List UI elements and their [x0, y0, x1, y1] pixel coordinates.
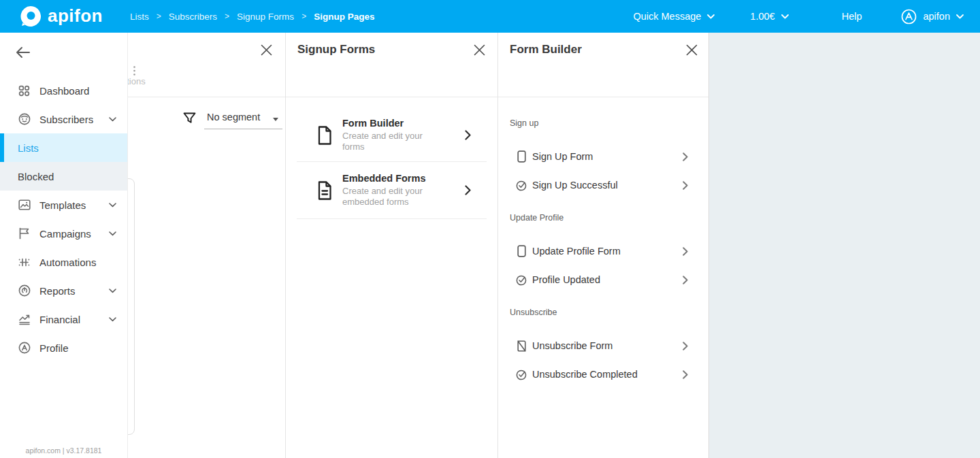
- financial-icon: [18, 314, 31, 325]
- sidebar-item-financial[interactable]: Financial: [0, 305, 127, 333]
- section-update-profile: Update Profile Update Profile Form Prof: [498, 213, 708, 294]
- sidebar-item-label: Templates: [39, 199, 86, 211]
- chevron-right-icon: [683, 342, 688, 350]
- chevron-right-icon: [683, 152, 688, 161]
- avatar: [901, 9, 917, 24]
- user-menu[interactable]: apifon: [901, 9, 964, 24]
- sidebar-item-blocked[interactable]: Blocked: [0, 162, 127, 191]
- document-lines-icon: [316, 180, 333, 201]
- breadcrumb-separator: >: [301, 12, 306, 21]
- chevron-right-icon: [465, 130, 471, 140]
- subscribers-icon: [18, 113, 31, 125]
- chevron-down-icon: [109, 231, 116, 236]
- sidebar-nav: Dashboard Subscribers: [0, 76, 127, 362]
- check-circle-icon: [516, 180, 527, 191]
- chevron-down-icon: [109, 289, 116, 293]
- item-label: Profile Updated: [532, 274, 600, 285]
- unsubscribe-form-item[interactable]: Unsubscribe Form: [498, 331, 708, 360]
- sidebar-item-label: Lists: [18, 142, 39, 154]
- close-icon[interactable]: [261, 44, 272, 56]
- chevron-down-icon: [781, 14, 789, 19]
- item-label: Sign Up Form: [532, 151, 593, 162]
- breadcrumb-signup-pages: Signup Pages: [314, 12, 374, 22]
- sidebar-item-subscribers[interactable]: Subscribers: [0, 105, 127, 133]
- profile-updated-item[interactable]: Profile Updated: [498, 265, 708, 294]
- quick-message-dropdown[interactable]: Quick Message: [633, 11, 715, 22]
- balance-value: 1.00€: [750, 11, 774, 22]
- sidebar-item-templates[interactable]: Templates: [0, 191, 127, 219]
- form-builder-header: Form Builder: [498, 33, 708, 97]
- sidebar-item-label: Campaigns: [39, 228, 91, 240]
- section-label: Sign up: [510, 118, 697, 129]
- apifon-logo[interactable]: apifon: [20, 6, 103, 27]
- embedded-forms-item[interactable]: Embedded Forms Create and edit your embe…: [297, 162, 487, 219]
- phone-icon: [516, 150, 527, 163]
- breadcrumb: Lists > Subscribers > Signup Forms > Sig…: [130, 12, 374, 22]
- panel-form-builder: Form Builder Sign up Sign Up Form: [498, 33, 709, 458]
- item-title: Embedded Forms: [342, 173, 446, 184]
- sidebar-item-label: Automations: [39, 257, 96, 268]
- breadcrumb-signup-forms[interactable]: Signup Forms: [237, 12, 294, 22]
- campaigns-icon: [18, 227, 31, 240]
- unsubscribe-completed-item[interactable]: Unsubscribe Completed: [498, 360, 708, 389]
- sidebar-item-label: Financial: [39, 314, 80, 325]
- chevron-right-icon: [683, 276, 688, 284]
- chevron-down-icon: [956, 14, 964, 19]
- reports-icon: [18, 284, 31, 297]
- segment-dropdown[interactable]: No segment: [204, 111, 282, 129]
- chevron-down-icon: [109, 117, 116, 122]
- section-label: Update Profile: [510, 213, 697, 224]
- sidebar-item-reports[interactable]: Reports: [0, 276, 127, 305]
- balance-dropdown[interactable]: 1.00€: [750, 11, 788, 22]
- help-label: Help: [842, 11, 862, 22]
- profile-icon: [18, 342, 31, 354]
- item-label: Unsubscribe Form: [532, 340, 612, 351]
- kebab-menu-icon[interactable]: [133, 65, 136, 76]
- item-label: Update Profile Form: [532, 246, 621, 257]
- sidebar-item-profile[interactable]: Profile: [0, 333, 127, 362]
- chevron-right-icon: [683, 247, 688, 256]
- panel-signup-forms: Signup Forms Form Builder Create and edi…: [286, 33, 498, 458]
- sidebar-item-campaigns[interactable]: Campaigns: [0, 219, 127, 248]
- close-icon[interactable]: [686, 44, 698, 56]
- sidebar-item-automations[interactable]: Automations: [0, 248, 127, 276]
- chevron-down-icon: [109, 317, 116, 322]
- sidebar-item-lists[interactable]: Lists: [0, 133, 127, 162]
- automations-icon: [18, 257, 31, 268]
- username: apifon: [923, 11, 950, 22]
- apifon-logo-icon: [20, 6, 41, 27]
- section-label: Unsubscribe: [510, 308, 697, 318]
- update-profile-form-item[interactable]: Update Profile Form: [498, 237, 708, 265]
- item-text: Embedded Forms Create and edit your embe…: [342, 173, 446, 207]
- item-description: Create and edit your embedded forms: [342, 186, 446, 207]
- sidebar-item-label: Dashboard: [39, 85, 89, 97]
- back-button[interactable]: [16, 46, 31, 59]
- chevron-down-icon: [109, 203, 116, 208]
- app-version: apifon.com | v3.17.8181: [0, 446, 127, 455]
- item-text: Form Builder Create and edit your forms: [342, 118, 446, 152]
- segment-value: No segment: [207, 112, 260, 122]
- sign-up-successful-item[interactable]: Sign Up Successful: [498, 171, 708, 199]
- logo-text: apifon: [48, 7, 103, 27]
- chevron-right-icon: [465, 185, 471, 195]
- help-link[interactable]: Help: [842, 11, 862, 22]
- close-icon[interactable]: [474, 44, 485, 56]
- breadcrumb-subscribers[interactable]: Subscribers: [169, 12, 217, 22]
- item-label: Sign Up Successful: [532, 180, 618, 191]
- item-description: Create and edit your forms: [342, 131, 446, 152]
- check-circle-icon: [516, 369, 527, 380]
- phone-slash-icon: [516, 340, 527, 352]
- chevron-down-icon: [273, 118, 278, 121]
- sidebar-item-dashboard[interactable]: Dashboard: [0, 76, 127, 105]
- chevron-right-icon: [683, 370, 688, 379]
- breadcrumb-lists[interactable]: Lists: [130, 12, 149, 22]
- chevron-right-icon: [683, 181, 688, 190]
- panel-title: Form Builder: [510, 43, 582, 56]
- quick-message-label: Quick Message: [633, 11, 701, 22]
- document-icon: [316, 125, 333, 146]
- filter-icon: [183, 112, 196, 126]
- phone-icon: [516, 245, 527, 257]
- form-builder-item[interactable]: Form Builder Create and edit your forms: [297, 109, 487, 162]
- sidebar-item-label: Subscribers: [39, 114, 93, 125]
- sign-up-form-item[interactable]: Sign Up Form: [498, 142, 708, 171]
